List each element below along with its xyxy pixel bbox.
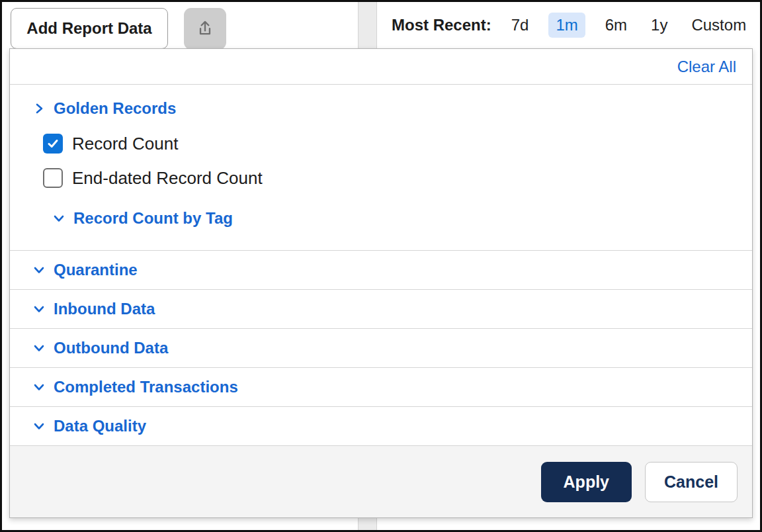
chevron-down-icon — [52, 212, 65, 225]
chevron-down-icon — [32, 263, 46, 277]
screenshot-frame: Add Report Data Most Recent: 7d 1m 6m 1y… — [0, 0, 762, 532]
report-data-panel: Clear All Golden Records Record Count — [9, 48, 753, 518]
section-header-data-quality[interactable]: Data Quality — [10, 407, 752, 446]
section-golden-records: Golden Records Record Count End-dated Re… — [10, 85, 752, 251]
chevron-down-icon — [32, 302, 46, 316]
section-header-inbound-data[interactable]: Inbound Data — [10, 290, 752, 329]
time-option-7d[interactable]: 7d — [507, 13, 533, 38]
time-option-custom[interactable]: Custom — [687, 13, 750, 38]
checkbox-label: End-dated Record Count — [72, 168, 263, 189]
time-option-1m[interactable]: 1m — [548, 13, 585, 38]
chevron-down-icon — [32, 341, 46, 355]
section-label: Golden Records — [54, 99, 176, 118]
section-header-completed-transactions[interactable]: Completed Transactions — [10, 368, 752, 407]
section-label: Data Quality — [54, 417, 146, 435]
subsection-record-count-by-tag[interactable]: Record Count by Tag — [52, 204, 752, 233]
cancel-button[interactable]: Cancel — [645, 462, 738, 502]
clear-all-link[interactable]: Clear All — [677, 58, 736, 76]
apply-button[interactable]: Apply — [541, 462, 632, 502]
chevron-down-icon — [32, 420, 46, 433]
section-label: Quarantine — [54, 261, 138, 279]
chevron-right-icon — [32, 101, 46, 116]
add-report-data-button[interactable]: Add Report Data — [11, 8, 168, 49]
time-option-6m[interactable]: 6m — [601, 13, 631, 38]
panel-footer: Apply Cancel — [10, 446, 752, 517]
checkbox-row-end-dated-record-count[interactable]: End-dated Record Count — [43, 164, 752, 192]
time-range-filter: Most Recent: 7d 1m 6m 1y Custom — [392, 2, 750, 48]
chevron-down-icon — [32, 380, 46, 394]
section-header-quarantine[interactable]: Quarantine — [10, 251, 752, 290]
time-option-1y[interactable]: 1y — [647, 13, 671, 38]
section-label: Outbound Data — [54, 339, 168, 357]
section-header-outbound-data[interactable]: Outbound Data — [10, 329, 752, 368]
checkbox-checked-icon[interactable] — [43, 134, 63, 154]
upload-button[interactable] — [184, 8, 226, 50]
section-header-golden-records[interactable]: Golden Records — [32, 94, 752, 123]
checkbox-label: Record Count — [72, 134, 178, 154]
subsection-label: Record Count by Tag — [73, 209, 233, 228]
checkbox-unchecked-icon[interactable] — [43, 168, 63, 188]
upload-icon — [195, 18, 215, 40]
clear-all-row: Clear All — [10, 49, 752, 85]
checkbox-row-record-count[interactable]: Record Count — [43, 130, 752, 157]
time-filter-label: Most Recent: — [392, 16, 491, 34]
section-label: Inbound Data — [54, 300, 155, 318]
section-label: Completed Transactions — [54, 378, 238, 396]
toolbar: Add Report Data Most Recent: 7d 1m 6m 1y… — [2, 2, 760, 48]
